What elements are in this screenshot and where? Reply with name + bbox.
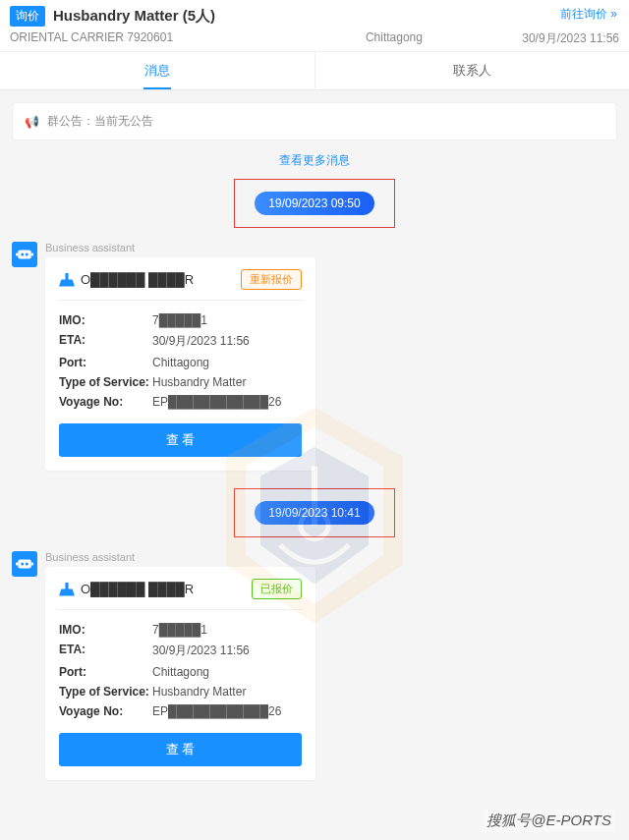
timestamp-highlight: 19/09/2023 10:41 [234,488,394,537]
svg-rect-10 [18,560,31,569]
field-label-imo: IMO: [59,313,152,327]
sender-name: Business assistant [45,242,617,253]
ship-icon [59,583,75,596]
field-label-tos: Type of Service: [59,375,152,389]
announcement-text: 当前无公告 [94,113,153,130]
field-label-eta: ETA: [59,643,152,659]
field-value-imo: 7█████1 [152,623,302,637]
field-value-eta: 30/9月/2023 11:56 [152,643,302,659]
bot-avatar [12,242,37,267]
header-vessel: ORIENTAL CARRIER 7920601 [10,30,266,47]
field-value-voy: EP████████████26 [152,395,302,409]
field-label-voy: Voyage No: [59,704,152,718]
bot-avatar [12,551,37,577]
header-datetime: 30/9月/2023 11:56 [522,30,619,47]
svg-point-12 [26,563,29,566]
message-item: Business assistant O██████ ████R 重新报价 IM… [0,242,629,480]
svg-rect-9 [31,253,33,256]
inquiry-card: O██████ ████R 重新报价 IMO:7█████1 ETA:30/9月… [45,257,315,471]
status-badge: 重新报价 [241,269,302,290]
timestamp-pill: 19/09/2023 10:41 [255,501,373,525]
divider [57,609,304,610]
field-value-tos: Husbandry Matter [152,685,302,699]
inquiry-card: O██████ ████R 已报价 IMO:7█████1 ETA:30/9月/… [45,567,315,780]
field-label-imo: IMO: [59,623,152,637]
field-label-port: Port: [59,356,152,369]
header-port: Chittagong [266,30,523,47]
message-item: Business assistant O██████ ████R 已报价 IMO… [0,551,629,790]
header: 询价 Husbandry Matter (5人) 前往询价 » ORIENTAL… [0,0,629,51]
goto-inquiry-link[interactable]: 前往询价 » [560,6,617,23]
vessel-name: O██████ ████R [81,582,194,596]
goto-inquiry-label: 前往询价 [560,7,607,21]
ship-icon [59,273,75,287]
svg-point-11 [21,563,24,566]
vessel-name: O██████ ████R [81,272,194,287]
view-button[interactable]: 查 看 [59,423,302,457]
timestamp-highlight: 19/09/2023 09:50 [234,179,394,228]
announcement-prefix: 群公告： [47,113,94,130]
footer-watermark: 搜狐号@E-PORTS [483,810,615,832]
svg-rect-13 [16,563,18,566]
field-label-voy: Voyage No: [59,395,152,409]
svg-rect-5 [18,251,31,259]
speaker-icon: 📢 [25,115,39,129]
field-value-port: Chittagong [152,665,302,679]
page-title: Husbandry Matter (5人) [53,7,215,26]
svg-point-7 [26,253,29,256]
field-label-tos: Type of Service: [59,685,152,699]
divider [57,300,304,301]
load-more-link[interactable]: 查看更多消息 [0,152,629,169]
inquiry-tag: 询价 [10,6,45,27]
field-value-imo: 7█████1 [152,313,302,327]
tab-messages[interactable]: 消息 [0,52,314,89]
svg-rect-14 [31,563,33,566]
field-value-eta: 30/9月/2023 11:56 [152,333,302,350]
field-value-port: Chittagong [152,356,302,369]
status-badge: 已报价 [252,579,302,599]
view-button[interactable]: 查 看 [59,733,302,766]
chevron-right-icon: » [610,7,617,21]
svg-rect-8 [16,253,18,256]
field-label-port: Port: [59,665,152,679]
group-announcement: 📢 群公告： 当前无公告 [12,102,617,140]
message-scroll[interactable]: 📢 群公告： 当前无公告 查看更多消息 19/09/2023 09:50 Bus… [0,90,629,829]
field-label-eta: ETA: [59,333,152,350]
sender-name: Business assistant [45,551,617,563]
field-value-tos: Husbandry Matter [152,375,302,389]
svg-point-6 [21,253,24,256]
tab-contacts[interactable]: 联系人 [314,52,630,89]
timestamp-pill: 19/09/2023 09:50 [255,192,373,215]
tabs: 消息 联系人 [0,51,629,90]
field-value-voy: EP████████████26 [152,704,302,718]
